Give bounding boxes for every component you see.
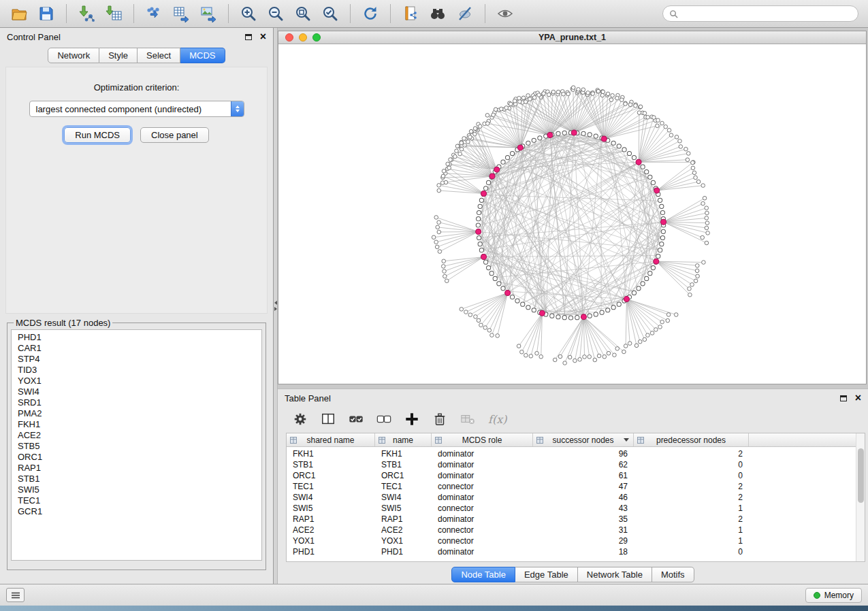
save-session-button[interactable] xyxy=(34,3,59,24)
mcds-result-list[interactable]: PHD1CAR1STP4TID3YOX1SWI4SRD1PMA2FKH1ACE2… xyxy=(11,329,262,561)
criterion-dropdown[interactable]: largest connected component (undirected) xyxy=(29,101,244,117)
mcds-result-item[interactable]: SRD1 xyxy=(18,397,261,408)
mcds-result-item[interactable]: YOX1 xyxy=(18,376,261,386)
table-row[interactable]: PHD1PHD1dominator180 xyxy=(287,546,856,557)
tab-network[interactable]: Network xyxy=(48,48,99,63)
float-panel-icon[interactable] xyxy=(245,34,252,40)
task-history-button[interactable] xyxy=(6,588,25,602)
zoom-selected-button[interactable] xyxy=(318,3,342,24)
table-scrollbar[interactable] xyxy=(856,433,865,561)
table-settings-button[interactable] xyxy=(293,412,308,427)
column-header-successor-nodes[interactable]: successor nodes xyxy=(533,433,634,446)
tab-edge-table[interactable]: Edge Table xyxy=(515,567,578,582)
dropdown-stepper-icon[interactable] xyxy=(231,101,244,116)
close-table-panel-icon[interactable]: × xyxy=(855,393,861,403)
column-header-predecessor-nodes[interactable]: predecessor nodes xyxy=(634,433,749,446)
mcds-result-item[interactable]: STP4 xyxy=(18,354,261,365)
table-row[interactable]: TEC1TEC1connector472 xyxy=(287,481,856,492)
mcds-result-item[interactable]: STB1 xyxy=(18,474,261,484)
search-network-button[interactable] xyxy=(425,3,450,24)
maximize-window-icon[interactable] xyxy=(312,33,321,42)
style-slash-button[interactable] xyxy=(453,3,477,24)
function-builder-button[interactable]: f(x) xyxy=(488,413,507,426)
zoom-out-button[interactable] xyxy=(263,3,288,24)
zoom-fit-button[interactable] xyxy=(291,3,315,24)
show-hide-button[interactable] xyxy=(493,3,517,24)
table-cell: YOX1 xyxy=(375,536,432,546)
tab-node-table[interactable]: Node Table xyxy=(451,567,515,582)
import-table-button[interactable] xyxy=(101,3,126,24)
table-cell: 47 xyxy=(533,482,634,491)
minimize-window-icon[interactable] xyxy=(299,33,307,42)
select-all-button[interactable] xyxy=(349,412,364,427)
tab-select[interactable]: Select xyxy=(138,48,180,63)
export-network-button[interactable] xyxy=(142,3,166,24)
table-cell: ORC1 xyxy=(287,471,375,480)
zoom-selected-icon xyxy=(321,5,339,22)
mcds-result-item[interactable]: RAP1 xyxy=(18,463,261,474)
close-window-icon[interactable] xyxy=(285,33,293,42)
tab-mcds[interactable]: MCDS xyxy=(180,48,225,63)
table-row[interactable]: YOX1YOX1connector291 xyxy=(287,535,856,546)
import-network-icon xyxy=(78,5,95,22)
zoom-in-button[interactable] xyxy=(236,3,261,24)
mcds-result-item[interactable]: CAR1 xyxy=(18,343,261,354)
table-row[interactable]: RAP1RAP1dominator352 xyxy=(287,514,856,525)
table-cell: STB1 xyxy=(375,460,432,469)
show-columns-button[interactable] xyxy=(321,412,336,427)
network-document-button[interactable] xyxy=(398,3,423,24)
search-field[interactable] xyxy=(662,5,858,22)
delete-column-button[interactable] xyxy=(432,412,447,427)
delete-table-button[interactable] xyxy=(460,412,475,427)
memory-button[interactable]: Memory xyxy=(805,588,862,603)
mcds-result-item[interactable]: PMA2 xyxy=(18,408,261,419)
column-header-mcds-role[interactable]: MCDS role xyxy=(432,433,533,446)
table-header-row: shared name name MCDS role successor nod… xyxy=(287,433,856,447)
run-mcds-button[interactable]: Run MCDS xyxy=(64,127,131,143)
table-row[interactable]: SWI5SWI5connector431 xyxy=(287,503,856,514)
mcds-result-item[interactable]: SWI5 xyxy=(18,484,261,495)
table-row[interactable]: ORC1ORC1dominator610 xyxy=(287,470,856,481)
column-header-shared-name[interactable]: shared name xyxy=(287,433,375,446)
deselect-all-button[interactable] xyxy=(376,412,391,427)
collapse-left-icon[interactable] xyxy=(274,301,277,305)
table-row[interactable]: STB1STB1dominator620 xyxy=(287,459,856,470)
import-network-button[interactable] xyxy=(74,3,99,24)
add-column-button[interactable] xyxy=(404,412,419,427)
toolbar-separator xyxy=(228,4,229,23)
mcds-result-item[interactable]: TEC1 xyxy=(18,495,261,506)
close-panel-button[interactable]: Close panel xyxy=(140,127,209,143)
expand-right-icon[interactable] xyxy=(274,307,277,311)
search-icon xyxy=(669,10,678,18)
network-titlebar[interactable]: YPA_prune.txt_1 xyxy=(278,31,866,44)
mcds-result-item[interactable]: PHD1 xyxy=(18,332,261,343)
refresh-layout-button[interactable] xyxy=(358,3,383,24)
table-row[interactable]: SWI4SWI4dominator462 xyxy=(287,492,856,503)
open-file-button[interactable] xyxy=(7,3,31,24)
tab-motifs[interactable]: Motifs xyxy=(652,567,694,582)
table-row[interactable]: FKH1FKH1dominator962 xyxy=(287,448,856,459)
network-canvas[interactable] xyxy=(278,44,866,384)
mcds-result-item[interactable]: GCR1 xyxy=(18,506,261,517)
table-cell: connector xyxy=(432,503,533,513)
network-graph[interactable] xyxy=(278,44,866,384)
mcds-result-item[interactable]: TID3 xyxy=(18,365,261,376)
close-panel-icon[interactable]: × xyxy=(260,31,266,42)
column-header-name[interactable]: name xyxy=(375,433,432,446)
table-cell: dominator xyxy=(432,460,533,469)
mcds-result-item[interactable]: FKH1 xyxy=(18,419,261,430)
search-input[interactable] xyxy=(682,9,852,18)
mcds-result-item[interactable]: STB5 xyxy=(18,441,261,452)
mcds-result-item[interactable]: ORC1 xyxy=(18,452,261,463)
table-row[interactable]: ACE2ACE2connector311 xyxy=(287,525,856,535)
tab-network-table[interactable]: Network Table xyxy=(578,567,652,582)
float-table-panel-icon[interactable] xyxy=(840,395,847,401)
export-table-button[interactable] xyxy=(169,3,193,24)
tab-style[interactable]: Style xyxy=(99,48,138,63)
export-image-button[interactable] xyxy=(196,3,221,24)
scrollbar-thumb[interactable] xyxy=(858,448,864,503)
toolbar-separator xyxy=(133,4,134,23)
column-type-icon xyxy=(536,437,543,444)
mcds-result-item[interactable]: SWI4 xyxy=(18,386,261,397)
mcds-result-item[interactable]: ACE2 xyxy=(18,430,261,441)
